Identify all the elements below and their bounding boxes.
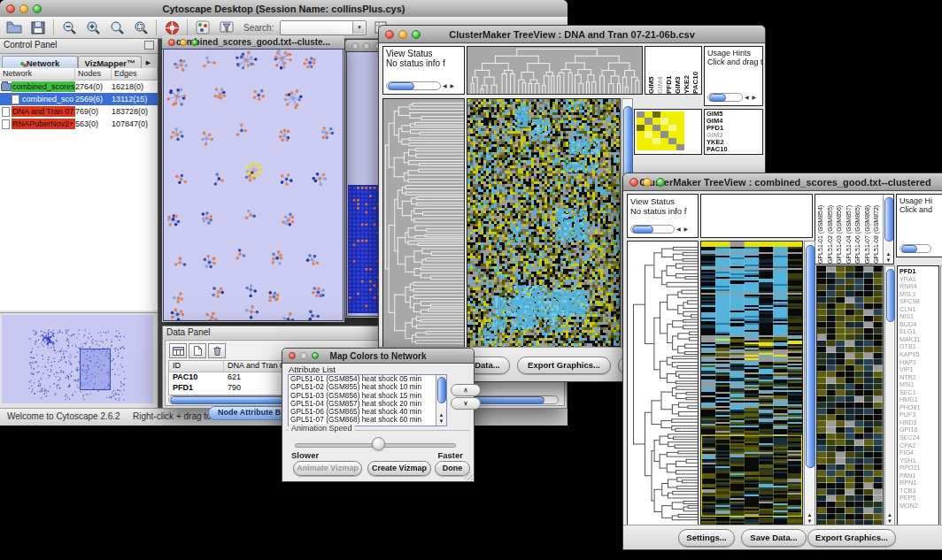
zoom-fit-icon[interactable] [108,19,126,36]
gene-label[interactable]: CLN1 [898,306,938,314]
tv2-column-label[interactable]: GPL51-01 (GSM854) [816,195,826,264]
gene-label[interactable]: VIP1 [898,366,938,374]
network-tree-row[interactable]: combined_sco2569(6)13112(15) [0,93,158,105]
move-down-button[interactable]: ∨ [451,397,481,410]
tv1-column-dendrogram-canvas[interactable] [467,47,642,94]
gene-label[interactable]: PEP5 [898,495,938,502]
tv2-heatmap-canvas[interactable] [701,242,802,525]
create-vizmap-button[interactable]: Create Vizmap [367,461,431,476]
trash-icon[interactable] [208,343,226,358]
gene-label[interactable]: MON2 [898,502,938,510]
export-graphics-button[interactable]: Export Graphics... [517,357,611,374]
gene-label[interactable]: RPO21 [898,464,938,472]
vizmapper-icon[interactable] [194,19,212,36]
tv1-column-label[interactable]: GIM5 [647,47,656,94]
tv1-column-label[interactable]: PFD1 [665,47,674,94]
tv2-zoom-heatmap-canvas[interactable] [817,266,883,525]
close-button[interactable] [6,4,15,13]
animate-vizmap-button[interactable]: Animate Vizmap [293,461,362,476]
close-button[interactable] [629,178,638,187]
float-panel-icon[interactable] [144,41,154,50]
scrollbar-thumb[interactable] [901,245,917,253]
gene-label[interactable]: KAP95 [898,351,938,359]
birdseye-canvas[interactable] [2,315,153,403]
tv2-column-labels-vscrollbar[interactable]: ▲▼ [883,195,893,264]
tv2-column-label[interactable]: GPL51-03 (GSM856) [835,195,845,264]
tv2-column-dendrogram[interactable] [700,194,813,238]
open-file-icon[interactable] [5,19,23,36]
tv1-column-label[interactable]: GIM4 [656,47,665,94]
tv1-column-label[interactable]: GIM3 [674,47,683,94]
gene-label[interactable]: RPN1 [898,479,938,487]
close-button[interactable] [385,30,394,39]
tv1-row-label[interactable]: PAC10 [705,146,762,153]
scroll-arrows-icon[interactable]: ◀ ▶ [745,94,757,102]
tv2-column-label[interactable]: GPL51-07 (GSM868) [863,195,873,264]
main-titlebar[interactable]: Cytoscape Desktop (Session Name: collins… [0,0,568,18]
settings-button[interactable]: Settings... [678,529,735,547]
tv1-heatmap-canvas[interactable] [467,99,620,347]
gene-label[interactable]: MSL1 [898,291,938,299]
gene-label[interactable]: SEC1 [898,389,938,397]
attribute-list[interactable]: GPL51-01 (GSM854) heat shock 05 minGPL51… [288,374,447,426]
column-header-network[interactable]: Network [0,68,75,80]
scroll-up-icon[interactable]: ▲ [436,412,446,418]
gene-label[interactable]: PFD1 [898,268,938,276]
close-button[interactable] [289,352,296,359]
scrollbar-thumb[interactable] [437,377,446,403]
minimize-button[interactable] [643,178,652,187]
gene-label[interactable]: RNR4 [898,283,938,291]
zoom-button[interactable] [191,39,198,46]
export-graphics-button[interactable]: Export Graphics... [807,529,896,547]
slider-thumb[interactable] [372,437,385,450]
save-data-button[interactable]: Save Data... [741,529,807,547]
tv2-status-hscrollbar[interactable]: ◀ ▶ [630,225,675,234]
help-lifesaver-icon[interactable] [163,19,181,36]
zoom-button[interactable] [656,178,665,187]
tv2-column-label[interactable]: GPL51-06 (GSM865) [853,195,863,264]
gene-label[interactable]: GTB1 [898,343,938,351]
gene-label[interactable]: YSH1 [898,457,938,465]
close-button[interactable] [351,42,359,50]
filter-icon[interactable] [218,19,236,36]
network-tree-row[interactable]: DNA and Tran 07769(0)183728(0) [0,105,158,118]
scroll-arrows-icon[interactable]: ▲▼ [884,251,893,264]
scroll-arrows-icon[interactable]: ▲▼ [805,512,815,525]
tv2-column-label[interactable]: GPL51-08 (GSM872) [872,195,882,264]
gene-label[interactable]: SPC98 [898,298,938,306]
tv2-column-label[interactable]: GPL51-04 (GSM857) [845,195,854,264]
resize-grip[interactable] [464,472,473,480]
new-document-icon[interactable] [189,343,206,358]
gene-label[interactable]: NIS1 [898,313,938,321]
tv2-row-dendrogram-canvas[interactable] [628,242,698,525]
scroll-arrows-icon[interactable]: ▲▼ [885,512,894,525]
search-input[interactable]: ▼ [280,20,367,35]
table-icon[interactable] [169,343,187,358]
gene-label[interactable]: MSI1 [898,381,938,389]
tv1-row-dendrogram-canvas[interactable] [383,99,464,347]
network-tree-row[interactable]: combined_scores2764(0)16218(0) [0,81,158,93]
tv1-zoom-matrix[interactable] [637,111,684,151]
tv1-status-hscrollbar[interactable]: ◀ ▶ [386,81,441,90]
scrollbar-thumb[interactable] [709,94,726,102]
gene-label[interactable]: HAP3 [898,359,938,367]
treeview2-titlebar[interactable]: ClusterMaker TreeView : combined_scores_… [623,173,942,191]
gene-label[interactable]: PAN1 [898,472,938,480]
tv2-zoom-vscrollbar[interactable]: ▲▼ [884,265,895,525]
tv1-hints-hscrollbar[interactable]: ◀ ▶ [707,93,743,102]
tv2-heatmap-vscrollbar[interactable]: ▲▼ [804,241,815,525]
scroll-arrows-icon[interactable]: ◀ ▶ [676,226,689,234]
scrollbar-thumb[interactable] [886,269,895,322]
gene-label[interactable]: CPA2 [898,442,938,450]
minimize-button[interactable] [363,42,370,50]
column-header-nodes[interactable]: Nodes [75,68,112,80]
minimize-button[interactable] [300,352,307,359]
network-window-titlebar[interactable]: combined_scores_good.txt--cluste... [162,35,344,50]
scroll-arrows-icon[interactable]: ◀ ▶ [443,82,455,90]
gene-label[interactable]: ELG1 [898,328,938,336]
scrollbar-thumb[interactable] [388,82,414,90]
treeview1-titlebar[interactable]: ClusterMaker TreeView : DNA and Tran 07-… [379,26,765,43]
gene-label[interactable]: SEC24 [898,434,938,442]
scrollbar-thumb[interactable] [806,245,815,468]
minimize-button[interactable] [180,39,187,46]
